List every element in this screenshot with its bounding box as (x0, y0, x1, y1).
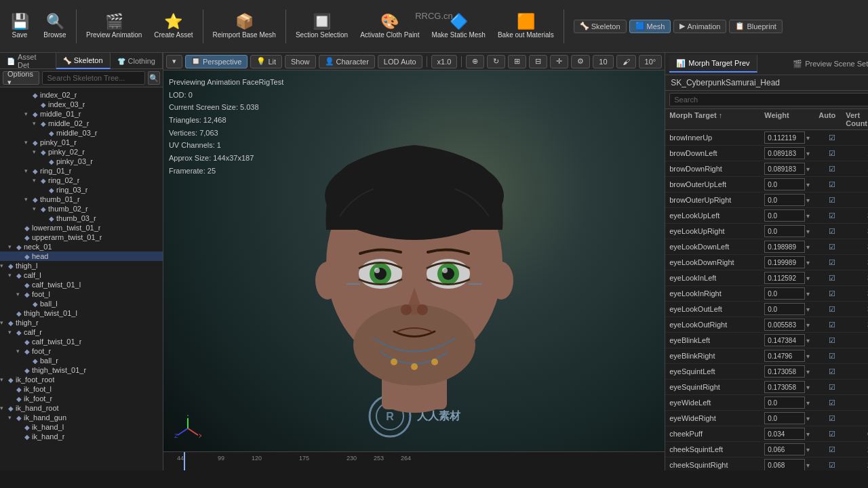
fov-btn[interactable]: 10° (639, 55, 663, 68)
tree-item-pinky_01_r[interactable]: ▾◆pinky_01_r (0, 138, 163, 147)
bake-materials-button[interactable]: 🟧 Bake out Materials (492, 3, 559, 49)
lit-btn[interactable]: 💡 Lit (250, 55, 282, 68)
morph-weight-input[interactable] (764, 334, 805, 346)
morph-weight-input[interactable] (764, 350, 805, 362)
tree-item-foot_l[interactable]: ▾◆foot_l (0, 289, 163, 299)
tree-item-ring_01_r[interactable]: ▾◆ring_01_r (0, 166, 163, 176)
morph-search-input[interactable] (669, 93, 868, 106)
morph-weight-arrow[interactable]: ▾ (806, 259, 810, 266)
morph-row[interactable]: eyeBlinkRight ▾ ☑ 93 (665, 348, 868, 364)
tree-item-thigh_l[interactable]: ▾◆thigh_l (0, 261, 163, 270)
morph-weight-arrow[interactable]: ▾ (806, 415, 810, 422)
morph-row[interactable]: cheekPuff ▾ ☑ 697 (665, 426, 868, 442)
tree-item-ik_hand_r[interactable]: ◆ik_hand_r (0, 432, 163, 441)
tab-morph-target[interactable]: 📊 Morph Target Prev (669, 55, 757, 73)
tree-item-thumb_03_r[interactable]: ◆thumb_03_r (0, 214, 163, 223)
morph-weight-input[interactable] (764, 178, 805, 190)
tree-item-ik_foot_root[interactable]: ▾◆ik_foot_root (0, 375, 163, 384)
tree-item-middle_01_r[interactable]: ▾◆middle_01_r (0, 109, 163, 119)
tree-item-ik_hand_gun[interactable]: ▾◆ik_hand_gun (0, 413, 163, 422)
timeline[interactable]: 44 99 120 175 230 253 264 (163, 451, 665, 470)
static-mesh-button[interactable]: 🔷 Make Static Mesh (426, 3, 490, 49)
tab-clothing[interactable]: 👕 Clothing (111, 53, 163, 69)
morph-weight-arrow[interactable]: ▾ (806, 181, 810, 188)
tree-item-ball_l[interactable]: ◆ball_l (0, 299, 163, 308)
morph-weight-input[interactable] (764, 459, 805, 470)
morph-weight-arrow[interactable]: ▾ (806, 212, 810, 220)
tree-item-calf_twist_01_r[interactable]: ◆calf_twist_01_r (0, 337, 163, 346)
lod-auto-btn[interactable]: LOD Auto (378, 55, 422, 68)
paint-btn[interactable]: 🖌 (616, 55, 636, 68)
tree-item-calf_r[interactable]: ▾◆calf_r (0, 327, 163, 337)
morph-row[interactable]: browOuterUpRight ▾ ☑ 69 (665, 192, 868, 208)
morph-row[interactable]: eyeWideLeft ▾ ☑ 77 (665, 395, 868, 411)
show-btn[interactable]: Show (285, 55, 316, 68)
tree-item-foot_r[interactable]: ▾◆foot_r (0, 346, 163, 356)
morph-weight-arrow[interactable]: ▾ (806, 197, 810, 204)
morph-weight-arrow[interactable]: ▾ (806, 165, 810, 173)
morph-weight-arrow[interactable]: ▾ (806, 321, 810, 329)
tree-item-thumb_02_r[interactable]: ▾◆thumb_02_r (0, 204, 163, 214)
tree-item-index_03_r[interactable]: ◆index_03_r (0, 100, 163, 109)
browse-button[interactable]: 🔍 Browse (38, 3, 72, 49)
tab-preview-scene[interactable]: 🎬 Preview Scene Sett (786, 55, 868, 73)
morph-row[interactable]: eyeLookDownLeft ▾ ☑ 347 (665, 239, 868, 255)
zoom-btn[interactable]: x1.0 (431, 55, 458, 68)
morph-weight-input[interactable] (764, 194, 805, 206)
rotate-btn[interactable]: ↻ (487, 55, 505, 68)
tree-item-thigh_twist_01_l[interactable]: ◆thigh_twist_01_l (0, 308, 163, 318)
morph-weight-arrow[interactable]: ▾ (806, 384, 810, 391)
morph-weight-input[interactable] (764, 272, 805, 284)
morph-weight-arrow[interactable]: ▾ (806, 228, 810, 235)
morph-weight-input[interactable] (764, 287, 805, 300)
tree-item-middle_02_r[interactable]: ▾◆middle_02_r (0, 119, 163, 128)
morph-weight-arrow[interactable]: ▾ (806, 446, 810, 453)
morph-weight-arrow[interactable]: ▾ (806, 274, 810, 282)
tree-item-lowerarm_twist_01_r[interactable]: ◆lowerarm_twist_01_r (0, 223, 163, 232)
morph-weight-input[interactable] (764, 303, 805, 315)
tree-item-neck_01[interactable]: ▾◆neck_01 (0, 242, 163, 251)
options-button[interactable]: Options ▾ (3, 71, 39, 85)
tree-item-pinky_02_r[interactable]: ▾◆pinky_02_r (0, 147, 163, 157)
grid-2-btn[interactable]: ⊟ (529, 55, 547, 68)
tree-item-calf_twist_01_l[interactable]: ◆calf_twist_01_l (0, 280, 163, 289)
morph-weight-arrow[interactable]: ▾ (806, 352, 810, 360)
morph-weight-input[interactable] (764, 131, 805, 144)
tree-item-middle_03_r[interactable]: ◆middle_03_r (0, 128, 163, 138)
tree-item-pinky_03_r[interactable]: ◆pinky_03_r (0, 157, 163, 166)
morph-row[interactable]: eyeLookOutRight ▾ ☑ 350 (665, 317, 868, 333)
perspective-btn[interactable]: 🔲 Perspective (185, 55, 248, 68)
morph-weight-input[interactable] (764, 443, 805, 455)
morph-weight-input[interactable] (764, 412, 805, 424)
morph-weight-input[interactable] (764, 225, 805, 237)
skeleton-mode-button[interactable]: 🦴 Skeleton (574, 20, 627, 33)
morph-weight-arrow[interactable]: ▾ (806, 368, 810, 375)
morph-row[interactable]: eyeLookInLeft ▾ ☑ 354 (665, 270, 868, 286)
tree-item-ball_r[interactable]: ◆ball_r (0, 356, 163, 365)
morph-weight-arrow[interactable]: ▾ (806, 430, 810, 438)
morph-weight-arrow[interactable]: ▾ (806, 399, 810, 407)
tree-item-ik_hand_root[interactable]: ▾◆ik_hand_root (0, 403, 163, 413)
mesh-mode-button[interactable]: 🟦 Mesh (629, 20, 671, 33)
grid-count-btn[interactable]: 10 (593, 55, 613, 68)
morph-row[interactable]: eyeLookUpRight ▾ ☑ 349 (665, 224, 868, 239)
morph-row[interactable]: cheekSquintRight ▾ ☑ 208 (665, 458, 868, 470)
tree-item-ring_03_r[interactable]: ◆ring_03_r (0, 185, 163, 195)
cloth-paint-button[interactable]: 🎨 Activate Cloth Paint (355, 3, 425, 49)
tree-item-thigh_twist_01_r[interactable]: ◆thigh_twist_01_r (0, 365, 163, 375)
search-button[interactable]: 🔍 (148, 71, 160, 85)
morph-weight-arrow[interactable]: ▾ (806, 337, 810, 344)
morph-row[interactable]: browOuterUpLeft ▾ ☑ 66 (665, 177, 868, 192)
morph-row[interactable]: eyeLookUpLeft ▾ ☑ 351 (665, 208, 868, 224)
morph-row[interactable]: eyeLookOutLeft ▾ ☑ 352 (665, 302, 868, 317)
morph-row[interactable]: eyeWideRight ▾ ☑ 76 (665, 411, 868, 426)
save-button[interactable]: 💾 Save (3, 3, 37, 49)
morph-weight-input[interactable] (764, 163, 805, 175)
morph-weight-input[interactable] (764, 381, 805, 393)
grid-btn[interactable]: ⊞ (508, 55, 526, 68)
morph-row[interactable]: eyeLookDownRight ▾ ☑ 342 (665, 255, 868, 270)
morph-weight-arrow[interactable]: ▾ (806, 290, 810, 298)
morph-weight-input[interactable] (764, 365, 805, 378)
tree-item-ring_02_r[interactable]: ▾◆ring_02_r (0, 176, 163, 185)
morph-weight-arrow[interactable]: ▾ (806, 134, 810, 142)
